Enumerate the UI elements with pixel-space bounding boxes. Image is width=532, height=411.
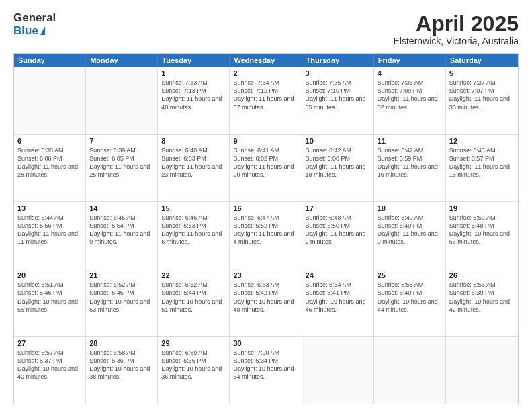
logo-triangle-icon [40,26,45,35]
day-number: 15 [161,204,226,212]
header-day-wednesday: Wednesday [230,54,302,67]
cell-info: Sunrise: 6:48 AM Sunset: 5:50 PM Dayligh… [306,214,370,246]
day-number: 11 [378,137,442,145]
day-number: 13 [17,204,82,212]
day-number: 22 [161,271,226,279]
day-number: 9 [233,137,298,145]
day-number: 19 [449,204,515,212]
title-block: April 2025 Elsternwick, Victoria, Austra… [394,12,519,46]
day-cell-19: 19Sunrise: 6:50 AM Sunset: 5:48 PM Dayli… [446,202,518,269]
day-cell-9: 9Sunrise: 6:41 AM Sunset: 6:02 PM Daylig… [230,135,302,201]
empty-cell [446,337,518,404]
calendar-week-5: 27Sunrise: 6:57 AM Sunset: 5:37 PM Dayli… [14,336,518,404]
day-number: 24 [306,271,370,279]
cell-info: Sunrise: 6:43 AM Sunset: 5:57 PM Dayligh… [449,146,515,179]
day-number: 7 [89,137,154,145]
logo-general: General [13,12,56,25]
cell-info: Sunrise: 6:53 AM Sunset: 5:42 PM Dayligh… [233,281,298,314]
header-day-sunday: Sunday [14,54,86,67]
cell-info: Sunrise: 7:33 AM Sunset: 7:13 PM Dayligh… [161,79,226,111]
day-number: 8 [161,137,226,145]
cell-info: Sunrise: 6:44 AM Sunset: 5:56 PM Dayligh… [17,214,82,246]
day-cell-27: 27Sunrise: 6:57 AM Sunset: 5:37 PM Dayli… [14,337,86,404]
day-cell-18: 18Sunrise: 6:49 AM Sunset: 5:49 PM Dayli… [374,202,446,269]
cell-info: Sunrise: 6:40 AM Sunset: 6:03 PM Dayligh… [161,146,226,179]
day-cell-29: 29Sunrise: 6:59 AM Sunset: 5:35 PM Dayli… [158,337,230,404]
cell-info: Sunrise: 6:55 AM Sunset: 5:40 PM Dayligh… [378,281,442,314]
day-number: 27 [17,339,82,347]
day-cell-11: 11Sunrise: 6:42 AM Sunset: 5:59 PM Dayli… [374,135,446,201]
empty-cell [302,337,374,404]
day-cell-17: 17Sunrise: 6:48 AM Sunset: 5:50 PM Dayli… [302,202,374,269]
day-cell-30: 30Sunrise: 7:00 AM Sunset: 5:34 PM Dayli… [230,337,302,404]
cell-info: Sunrise: 6:42 AM Sunset: 6:00 PM Dayligh… [306,146,370,179]
cell-info: Sunrise: 6:47 AM Sunset: 5:52 PM Dayligh… [233,214,298,246]
calendar-week-2: 6Sunrise: 6:38 AM Sunset: 6:06 PM Daylig… [14,134,518,201]
day-cell-4: 4Sunrise: 7:36 AM Sunset: 7:09 PM Daylig… [374,67,446,134]
day-number: 5 [449,69,515,77]
cell-info: Sunrise: 6:50 AM Sunset: 5:48 PM Dayligh… [449,214,515,246]
day-cell-23: 23Sunrise: 6:53 AM Sunset: 5:42 PM Dayli… [230,269,302,336]
day-number: 6 [17,137,82,145]
day-number: 12 [449,137,515,145]
calendar-location: Elsternwick, Victoria, Australia [394,36,519,46]
cell-info: Sunrise: 7:34 AM Sunset: 7:12 PM Dayligh… [233,79,298,111]
calendar-title: April 2025 [394,12,519,36]
header-day-monday: Monday [86,54,158,67]
day-cell-8: 8Sunrise: 6:40 AM Sunset: 6:03 PM Daylig… [158,135,230,201]
day-number: 30 [233,339,298,347]
page: General Blue April 2025 Elsternwick, Vic… [0,0,532,411]
day-cell-6: 6Sunrise: 6:38 AM Sunset: 6:06 PM Daylig… [14,135,86,201]
day-number: 3 [306,69,370,77]
day-cell-12: 12Sunrise: 6:43 AM Sunset: 5:57 PM Dayli… [446,135,518,201]
logo: General Blue [13,12,56,37]
day-number: 2 [233,69,298,77]
calendar-week-4: 20Sunrise: 6:51 AM Sunset: 5:46 PM Dayli… [14,269,518,336]
cell-info: Sunrise: 7:00 AM Sunset: 5:34 PM Dayligh… [233,349,298,381]
logo-blue: Blue [13,25,56,38]
day-cell-2: 2Sunrise: 7:34 AM Sunset: 7:12 PM Daylig… [230,67,302,134]
day-number: 4 [378,69,442,77]
cell-info: Sunrise: 6:58 AM Sunset: 5:36 PM Dayligh… [89,349,154,381]
day-cell-25: 25Sunrise: 6:55 AM Sunset: 5:40 PM Dayli… [374,269,446,336]
cell-info: Sunrise: 7:35 AM Sunset: 7:10 PM Dayligh… [306,79,370,111]
cell-info: Sunrise: 6:57 AM Sunset: 5:37 PM Dayligh… [17,349,82,381]
day-number: 14 [89,204,154,212]
header-day-friday: Friday [374,54,446,67]
cell-info: Sunrise: 6:39 AM Sunset: 6:05 PM Dayligh… [89,146,154,179]
cell-info: Sunrise: 6:49 AM Sunset: 5:49 PM Dayligh… [378,214,442,246]
day-cell-20: 20Sunrise: 6:51 AM Sunset: 5:46 PM Dayli… [14,269,86,336]
day-cell-3: 3Sunrise: 7:35 AM Sunset: 7:10 PM Daylig… [302,67,374,134]
day-cell-16: 16Sunrise: 6:47 AM Sunset: 5:52 PM Dayli… [230,202,302,269]
calendar-week-3: 13Sunrise: 6:44 AM Sunset: 5:56 PM Dayli… [14,201,518,269]
cell-info: Sunrise: 6:52 AM Sunset: 5:44 PM Dayligh… [161,281,226,314]
empty-cell [374,337,446,404]
header: General Blue April 2025 Elsternwick, Vic… [13,12,519,46]
day-cell-21: 21Sunrise: 6:52 AM Sunset: 5:45 PM Dayli… [86,269,158,336]
day-number: 17 [306,204,370,212]
day-cell-24: 24Sunrise: 6:54 AM Sunset: 5:41 PM Dayli… [302,269,374,336]
cell-info: Sunrise: 6:41 AM Sunset: 6:02 PM Dayligh… [233,146,298,179]
cell-info: Sunrise: 7:36 AM Sunset: 7:09 PM Dayligh… [378,79,442,111]
day-cell-28: 28Sunrise: 6:58 AM Sunset: 5:36 PM Dayli… [86,337,158,404]
calendar: SundayMondayTuesdayWednesdayThursdayFrid… [13,53,519,404]
cell-info: Sunrise: 6:52 AM Sunset: 5:45 PM Dayligh… [89,281,154,314]
day-number: 18 [378,204,442,212]
empty-cell [86,67,158,134]
day-number: 16 [233,204,298,212]
day-number: 26 [449,271,515,279]
day-cell-14: 14Sunrise: 6:45 AM Sunset: 5:54 PM Dayli… [86,202,158,269]
cell-info: Sunrise: 6:46 AM Sunset: 5:53 PM Dayligh… [161,214,226,246]
calendar-body: 1Sunrise: 7:33 AM Sunset: 7:13 PM Daylig… [14,67,518,404]
cell-info: Sunrise: 6:42 AM Sunset: 5:59 PM Dayligh… [378,146,442,179]
day-number: 10 [306,137,370,145]
day-number: 29 [161,339,226,347]
day-number: 28 [89,339,154,347]
day-cell-15: 15Sunrise: 6:46 AM Sunset: 5:53 PM Dayli… [158,202,230,269]
cell-info: Sunrise: 6:51 AM Sunset: 5:46 PM Dayligh… [17,281,82,314]
cell-info: Sunrise: 6:54 AM Sunset: 5:41 PM Dayligh… [306,281,370,314]
day-cell-13: 13Sunrise: 6:44 AM Sunset: 5:56 PM Dayli… [14,202,86,269]
day-cell-1: 1Sunrise: 7:33 AM Sunset: 7:13 PM Daylig… [158,67,230,134]
day-cell-7: 7Sunrise: 6:39 AM Sunset: 6:05 PM Daylig… [86,135,158,201]
header-day-tuesday: Tuesday [158,54,230,67]
